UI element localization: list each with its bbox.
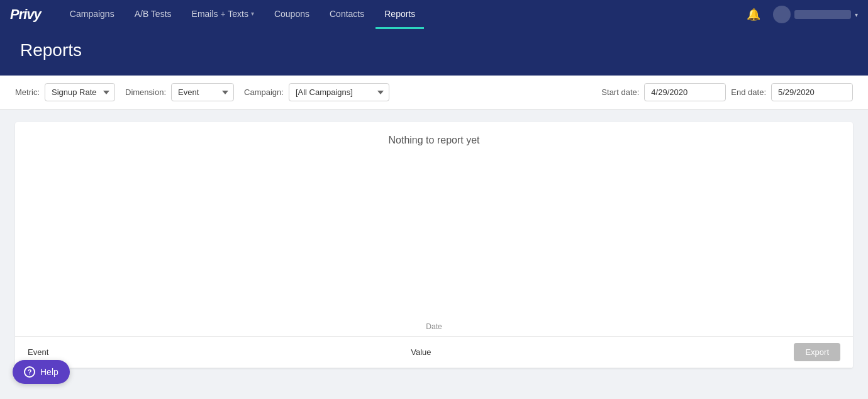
- metric-group: Metric: Signup Rate: [15, 83, 115, 101]
- user-name-placeholder: [794, 10, 851, 19]
- date-group: Start date: End date:: [601, 83, 853, 101]
- start-date-input[interactable]: [644, 83, 726, 101]
- help-button[interactable]: ? Help: [13, 360, 70, 384]
- nav-link-ab-tests[interactable]: A/B Tests: [126, 0, 181, 29]
- logo[interactable]: Privy: [10, 6, 41, 23]
- metric-label: Metric:: [15, 87, 40, 97]
- page-header: Reports: [0, 29, 868, 76]
- navbar-links: Campaigns A/B Tests Emails + Texts ▾ Cou…: [61, 0, 742, 29]
- nothing-text: Nothing to report yet: [389, 135, 480, 146]
- campaign-select[interactable]: [All Campaigns]: [289, 83, 389, 101]
- nav-link-emails-texts[interactable]: Emails + Texts ▾: [183, 0, 263, 29]
- date-axis-label: Date: [28, 320, 840, 336]
- table-header-row: Event Value Export: [15, 337, 853, 368]
- col-event-header: Event: [28, 347, 411, 357]
- dimension-group: Dimension: Event: [125, 83, 234, 101]
- col-value-header: Value: [411, 347, 794, 357]
- start-date-label: Start date:: [601, 87, 639, 97]
- nav-link-coupons[interactable]: Coupons: [265, 0, 318, 29]
- table-footer: Event Value Export: [15, 336, 853, 368]
- report-card: Nothing to report yet Date Event Value E…: [15, 122, 853, 368]
- end-date-label: End date:: [731, 87, 766, 97]
- nav-link-reports[interactable]: Reports: [376, 0, 424, 29]
- help-icon: ?: [24, 366, 35, 378]
- emails-texts-caret: ▾: [251, 10, 254, 17]
- metric-select[interactable]: Signup Rate: [45, 83, 115, 101]
- notification-bell[interactable]: 🔔: [742, 5, 765, 24]
- chart-placeholder: [28, 146, 840, 320]
- end-date-input[interactable]: [771, 83, 853, 101]
- campaign-group: Campaign: [All Campaigns]: [244, 83, 389, 101]
- page-title: Reports: [20, 40, 848, 60]
- dimension-select[interactable]: Event: [171, 83, 234, 101]
- filter-bar: Metric: Signup Rate Dimension: Event Cam…: [0, 76, 868, 110]
- user-avatar: [773, 6, 791, 23]
- export-button[interactable]: Export: [794, 343, 840, 361]
- content-area: Nothing to report yet Date Event Value E…: [0, 110, 868, 399]
- dimension-label: Dimension:: [125, 87, 166, 97]
- logo-text: Privy: [10, 6, 41, 22]
- user-menu[interactable]: ▾: [773, 6, 858, 23]
- navbar-right: 🔔 ▾: [742, 5, 858, 24]
- user-menu-caret: ▾: [855, 11, 858, 18]
- nav-link-contacts[interactable]: Contacts: [321, 0, 373, 29]
- nav-link-campaigns[interactable]: Campaigns: [61, 0, 123, 29]
- campaign-label: Campaign:: [244, 87, 284, 97]
- chart-area: Nothing to report yet Date: [15, 122, 853, 336]
- navbar: Privy Campaigns A/B Tests Emails + Texts…: [0, 0, 868, 29]
